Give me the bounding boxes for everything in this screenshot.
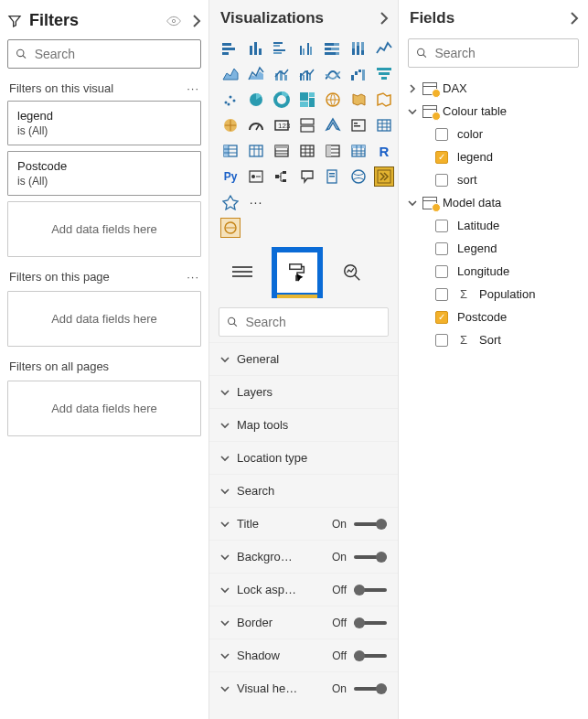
viz-search-input[interactable] xyxy=(243,314,380,330)
arcgis-icon[interactable] xyxy=(348,166,369,187)
accordion-item[interactable]: Backgro…On xyxy=(209,540,398,573)
toggle-switch[interactable] xyxy=(354,649,387,662)
grid-icon[interactable] xyxy=(297,141,317,161)
treemap-icon[interactable] xyxy=(297,90,317,110)
more-icon[interactable]: ··· xyxy=(187,270,199,284)
field-item[interactable]: ΣSort xyxy=(408,328,579,351)
matrix-icon[interactable] xyxy=(220,141,241,161)
field-item[interactable]: sort xyxy=(408,168,579,191)
kpi-icon[interactable] xyxy=(323,115,343,135)
filled-map-icon[interactable] xyxy=(348,90,369,110)
field-checkbox[interactable] xyxy=(435,265,448,278)
r-visual-icon[interactable]: R xyxy=(374,141,394,161)
filters-all-drop[interactable]: Add data fields here xyxy=(7,381,201,436)
active-visual-badge-icon[interactable] xyxy=(220,218,241,238)
toggle-switch[interactable] xyxy=(354,584,387,596)
more-visuals-icon[interactable]: ··· xyxy=(246,192,266,212)
stacked-bar-icon[interactable] xyxy=(220,38,241,59)
100-stacked-column-icon[interactable] xyxy=(348,38,369,59)
accordion-item[interactable]: Map tools xyxy=(209,408,398,441)
viz-search[interactable] xyxy=(219,307,389,337)
accordion-item[interactable]: ShadowOff xyxy=(209,639,398,671)
line-stacked-combo-icon[interactable] xyxy=(272,64,292,84)
field-group[interactable]: DAX xyxy=(408,77,579,100)
table-icon[interactable] xyxy=(374,115,394,135)
field-item[interactable]: Longitude xyxy=(408,260,579,283)
paginated-icon[interactable] xyxy=(323,166,343,187)
filters-page-drop[interactable]: Add data fields here xyxy=(7,291,201,347)
field-item[interactable]: ✓Postcode xyxy=(408,306,579,328)
ribbon-chart-icon[interactable] xyxy=(323,64,343,84)
fields-search[interactable] xyxy=(408,38,579,68)
card-icon[interactable]: 123 xyxy=(272,115,292,135)
clustered-column-icon[interactable] xyxy=(297,38,317,59)
field-item[interactable]: color xyxy=(408,123,579,145)
accordion-item[interactable]: General xyxy=(209,342,398,375)
field-checkbox[interactable] xyxy=(435,220,448,232)
funnel-chart-icon[interactable] xyxy=(374,64,394,84)
gauge-icon[interactable] xyxy=(246,115,266,135)
filters-search[interactable] xyxy=(7,39,201,69)
grid-alt-icon[interactable] xyxy=(323,141,343,161)
100-stacked-bar-icon[interactable] xyxy=(323,38,343,59)
custom-visual-icon[interactable] xyxy=(220,192,241,212)
powerapps-visual-icon[interactable] xyxy=(374,166,394,187)
accordion-item[interactable]: Location type xyxy=(209,441,398,474)
toggle-switch[interactable] xyxy=(354,682,387,695)
key-influencers-icon[interactable] xyxy=(246,166,266,187)
table-alt-icon[interactable] xyxy=(246,141,266,161)
filters-search-input[interactable] xyxy=(33,46,193,62)
python-visual-icon[interactable]: Py xyxy=(220,166,241,187)
field-item[interactable]: ✓legend xyxy=(408,145,579,168)
multi-row-card-icon[interactable] xyxy=(297,115,317,135)
more-icon[interactable]: ··· xyxy=(187,81,199,95)
field-item[interactable]: Latitude xyxy=(408,214,579,237)
accordion-item[interactable]: Visual he…On xyxy=(209,671,398,704)
accordion-item[interactable]: Layers xyxy=(209,375,398,408)
field-group[interactable]: Colour table xyxy=(408,100,579,123)
qa-icon[interactable] xyxy=(297,166,317,187)
decomposition-tree-icon[interactable] xyxy=(272,166,292,187)
filters-visual-drop[interactable]: Add data fields here xyxy=(7,201,201,257)
chevron-right-icon[interactable] xyxy=(380,12,389,25)
slicer-icon[interactable] xyxy=(348,115,369,135)
pie-chart-icon[interactable] xyxy=(246,90,266,110)
accordion-item[interactable]: TitleOn xyxy=(209,507,398,540)
chevron-right-icon[interactable] xyxy=(570,12,579,25)
field-checkbox[interactable] xyxy=(435,242,448,255)
stacked-area-icon[interactable] xyxy=(246,64,266,84)
azure-map-icon[interactable] xyxy=(220,115,241,135)
stacked-column-icon[interactable] xyxy=(246,38,266,59)
eye-icon[interactable] xyxy=(166,16,181,27)
accordion-item[interactable]: Lock asp…Off xyxy=(209,573,398,606)
shape-map-icon[interactable] xyxy=(374,90,394,110)
map-icon[interactable] xyxy=(323,90,343,110)
field-checkbox[interactable] xyxy=(435,334,448,347)
field-checkbox[interactable] xyxy=(435,128,448,141)
fields-tab[interactable] xyxy=(226,256,259,289)
analytics-tab[interactable] xyxy=(336,256,369,289)
field-group[interactable]: Model data xyxy=(408,191,579,214)
area-chart-icon[interactable] xyxy=(220,64,241,84)
waterfall-icon[interactable] xyxy=(348,64,369,84)
scatter-icon[interactable] xyxy=(220,90,241,110)
toggle-switch[interactable] xyxy=(354,617,387,629)
matrix-alt-icon[interactable] xyxy=(272,141,292,161)
accordion-item[interactable]: BorderOff xyxy=(209,606,398,639)
fields-search-input[interactable] xyxy=(433,45,571,61)
field-item[interactable]: Legend xyxy=(408,237,579,260)
field-checkbox[interactable] xyxy=(435,174,448,187)
accordion-item[interactable]: Search xyxy=(209,474,398,507)
format-tab[interactable] xyxy=(272,247,323,298)
line-chart-icon[interactable] xyxy=(374,38,394,59)
filter-card-postcode[interactable]: Postcode is (All) xyxy=(7,151,201,196)
chevron-right-icon[interactable] xyxy=(192,15,201,27)
field-checkbox[interactable]: ✓ xyxy=(435,151,448,164)
field-checkbox[interactable] xyxy=(435,288,448,301)
line-clustered-combo-icon[interactable] xyxy=(297,64,317,84)
donut-chart-icon[interactable] xyxy=(272,90,292,110)
field-item[interactable]: ΣPopulation xyxy=(408,283,579,306)
toggle-switch[interactable] xyxy=(354,518,387,531)
matrix2-icon[interactable] xyxy=(348,141,369,161)
filter-card-legend[interactable]: legend is (All) xyxy=(7,101,201,145)
